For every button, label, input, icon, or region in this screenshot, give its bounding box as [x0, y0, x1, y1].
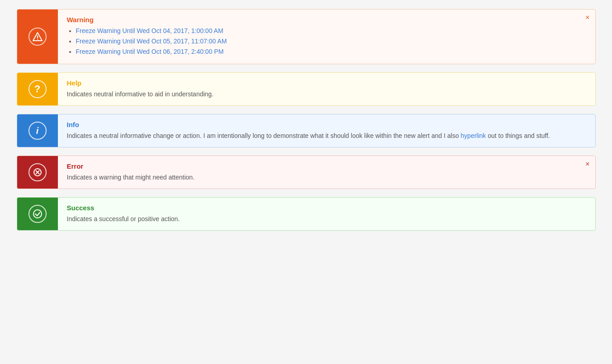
info-text-after: out to things and stuff.: [486, 132, 550, 139]
info-icon: i: [28, 122, 47, 140]
warning-close-button[interactable]: ×: [585, 14, 589, 21]
warning-link-1[interactable]: Freeze Warning Until Wed Oct 04, 2017, 1…: [76, 27, 223, 34]
alert-warning: Warning Freeze Warning Until Wed Oct 04,…: [17, 9, 596, 64]
error-icon-bar: [17, 156, 58, 189]
success-icon-bar: [17, 198, 58, 230]
success-title: Success: [67, 204, 586, 212]
info-hyperlink[interactable]: hyperlink: [460, 132, 486, 139]
warning-text: Freeze Warning Until Wed Oct 04, 2017, 1…: [67, 26, 586, 57]
help-icon: ?: [28, 80, 47, 98]
success-text: Indicates a successful or positive actio…: [67, 214, 586, 224]
alert-success: Success Indicates a successful or positi…: [17, 197, 596, 231]
warning-link-2[interactable]: Freeze Warning Until Wed Oct 05, 2017, 1…: [76, 38, 227, 45]
success-icon: [28, 205, 47, 223]
help-title: Help: [67, 79, 586, 87]
alert-container: Warning Freeze Warning Until Wed Oct 04,…: [17, 9, 596, 231]
alert-error: Error Indicates a warning that might nee…: [17, 156, 596, 189]
error-body: Error Indicates a warning that might nee…: [58, 156, 595, 189]
info-body: Info Indicates a neutral informative cha…: [58, 114, 595, 147]
info-title: Info: [67, 121, 586, 128]
info-text-before: Indicates a neutral informative change o…: [67, 132, 461, 139]
warning-body: Warning Freeze Warning Until Wed Oct 04,…: [58, 9, 595, 64]
error-title: Error: [67, 162, 586, 170]
alert-help: ? Help Indicates neutral informative to …: [17, 72, 596, 106]
help-icon-bar: ?: [17, 73, 58, 105]
alert-info: i Info Indicates a neutral informative c…: [17, 114, 596, 147]
error-close-button[interactable]: ×: [585, 161, 589, 168]
list-item: Freeze Warning Until Wed Oct 06, 2017, 2…: [76, 47, 586, 57]
success-body: Success Indicates a successful or positi…: [58, 198, 595, 230]
help-text: Indicates neutral informative to aid in …: [67, 90, 586, 99]
warning-icon: [28, 28, 47, 46]
list-item: Freeze Warning Until Wed Oct 05, 2017, 1…: [76, 37, 586, 46]
svg-point-2: [37, 39, 38, 40]
warning-list: Freeze Warning Until Wed Oct 04, 2017, 1…: [67, 26, 586, 57]
warning-icon-bar: [17, 9, 58, 64]
warning-link-3[interactable]: Freeze Warning Until Wed Oct 06, 2017, 2…: [76, 48, 224, 55]
help-body: Help Indicates neutral informative to ai…: [58, 73, 595, 105]
warning-title: Warning: [67, 16, 586, 24]
error-text: Indicates a warning that might need atte…: [67, 173, 586, 182]
info-icon-bar: i: [17, 114, 58, 147]
info-text: Indicates a neutral informative change o…: [67, 131, 586, 141]
error-icon: [28, 163, 47, 181]
svg-point-6: [33, 210, 42, 218]
list-item: Freeze Warning Until Wed Oct 04, 2017, 1…: [76, 26, 586, 36]
